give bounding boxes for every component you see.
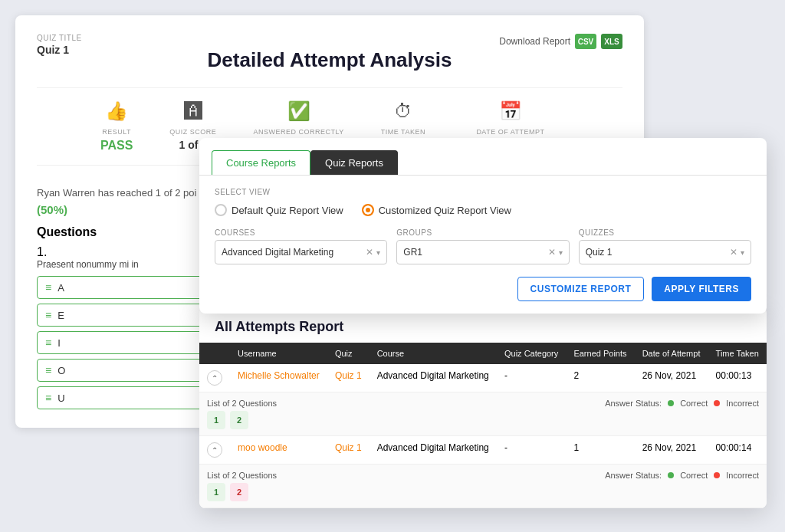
quiz-score-label: QUIZ SCORE xyxy=(169,128,216,136)
filters-row: COURSES Advanced Digital Marketing ✕ ▾ G… xyxy=(215,228,751,264)
radio-default-option[interactable]: Default Quiz Report View xyxy=(215,204,343,216)
answered-correctly-icon: ✅ xyxy=(287,100,310,122)
table-row: ⌃ Michelle Schowalter Quiz 1 Advanced Di… xyxy=(199,364,767,392)
download-report-label: Download Report xyxy=(499,36,570,47)
table-row: ⌃ moo woodle Quiz 1 Advanced Digital Mar… xyxy=(199,436,767,465)
quizzes-filter-arrow: ▾ xyxy=(741,248,744,257)
quiz-link-row2[interactable]: Quiz 1 xyxy=(335,442,362,453)
download-xls-button[interactable]: XLS xyxy=(601,34,622,49)
quizzes-filter-value: Quiz 1 xyxy=(586,247,730,258)
user-link-michelle[interactable]: Michelle Schowalter xyxy=(238,370,320,381)
date-row2: 26 Nov, 2021 xyxy=(635,436,708,465)
points-row1: 2 xyxy=(566,364,634,392)
col-username: Username xyxy=(230,343,327,364)
incorrect-dot-row2 xyxy=(714,472,720,478)
quizzes-filter-clear[interactable]: ✕ xyxy=(730,247,737,258)
radio-customized-circle xyxy=(362,204,374,216)
expand-row2-button[interactable]: ⌃ xyxy=(207,442,222,458)
apply-filters-button[interactable]: APPLY FILTERS xyxy=(652,277,751,301)
radio-group: Default Quiz Report View Customized Quiz… xyxy=(215,204,751,216)
reports-body: SELECT VIEW Default Quiz Report View Cus… xyxy=(199,176,767,314)
sub-row-1: List of 2 Questions 1 2 Answer Status: C… xyxy=(199,392,767,436)
col-earned-points: Earned Points xyxy=(566,343,634,364)
col-quiz: Quiz xyxy=(327,343,370,364)
download-csv-button[interactable]: CSV xyxy=(575,34,596,49)
correct-dot-row2 xyxy=(668,472,674,478)
courses-filter-value: Advanced Digital Marketing xyxy=(222,247,366,258)
col-quiz-category: Quiz Category xyxy=(497,343,566,364)
category-row1: - xyxy=(497,364,566,392)
quizzes-filter-label: QUIZZES xyxy=(579,228,751,237)
radio-customized-option[interactable]: Customized Quiz Report View xyxy=(362,204,511,216)
reports-overlay-card: Course Reports Quiz Reports SELECT VIEW … xyxy=(199,138,767,314)
question-badges-row2: 1 2 xyxy=(207,483,489,501)
groups-filter-arrow: ▾ xyxy=(559,248,563,257)
points-row2: 1 xyxy=(566,436,634,465)
col-expand xyxy=(199,343,230,364)
quiz-score-icon: 🅰 xyxy=(184,100,202,122)
courses-filter-clear[interactable]: ✕ xyxy=(366,247,373,258)
questions-label-row1: List of 2 Questions xyxy=(207,399,489,408)
time-taken-label: TIME TAKEN xyxy=(381,128,425,136)
attempts-table-body: ⌃ Michelle Schowalter Quiz 1 Advanced Di… xyxy=(199,364,767,508)
result-value: PASS xyxy=(100,139,133,153)
time-taken-icon: ⏱ xyxy=(394,100,412,122)
courses-filter-arrow: ▾ xyxy=(376,248,380,257)
q-badge-2-2[interactable]: 2 xyxy=(230,483,248,501)
col-date-of-attempt: Date of Attempt xyxy=(635,343,708,364)
answer-status-label-row2: Answer Status: xyxy=(605,471,662,480)
groups-filter-group: GROUPS GR1 ✕ ▾ xyxy=(396,228,569,264)
incorrect-dot-row1 xyxy=(714,400,720,406)
tab-quiz-reports[interactable]: Quiz Reports xyxy=(310,150,398,175)
date-label: DATE OF ATTEMPT xyxy=(476,128,544,136)
expand-row1-button[interactable]: ⌃ xyxy=(207,370,222,386)
groups-filter-label: GROUPS xyxy=(396,228,569,237)
courses-filter-select[interactable]: Advanced Digital Marketing ✕ ▾ xyxy=(215,240,387,264)
actions-row: CUSTOMIZE REPORT APPLY FILTERS xyxy=(215,277,751,301)
course-row1: Advanced Digital Marketing xyxy=(370,364,497,392)
quizzes-filter-select[interactable]: Quiz 1 ✕ ▾ xyxy=(579,240,751,264)
result-icon: 👍 xyxy=(105,100,128,122)
q-badge-1-2[interactable]: 2 xyxy=(230,411,248,429)
courses-filter-label: COURSES xyxy=(215,228,387,237)
attempts-report-card: All Attempts Report Username Quiz Course… xyxy=(199,307,767,508)
sub-row-2: List of 2 Questions 1 2 Answer Status: C… xyxy=(199,465,767,508)
answer-status-row2: Answer Status: Correct Incorrect xyxy=(504,471,759,480)
radio-default-label: Default Quiz Report View xyxy=(232,205,343,216)
col-time-taken: Time Taken xyxy=(708,343,767,364)
attempts-table: Username Quiz Course Quiz Category Earne… xyxy=(199,343,767,508)
correct-label-row1: Correct xyxy=(680,399,708,408)
incorrect-label-row2: Incorrect xyxy=(726,471,759,480)
groups-filter-value: GR1 xyxy=(403,247,547,258)
time-row2: 00:00:14 xyxy=(708,436,767,465)
incorrect-label-row1: Incorrect xyxy=(726,399,759,408)
q-badge-2-1[interactable]: 1 xyxy=(207,483,225,501)
radio-default-circle xyxy=(215,204,227,216)
customize-report-button[interactable]: CUSTOMIZE REPORT xyxy=(517,277,645,301)
table-header-row: Username Quiz Course Quiz Category Earne… xyxy=(199,343,767,364)
time-row1: 00:00:13 xyxy=(708,364,767,392)
courses-filter-group: COURSES Advanced Digital Marketing ✕ ▾ xyxy=(215,228,387,264)
answer-status-label-row1: Answer Status: xyxy=(605,399,662,408)
quiz-link-row1[interactable]: Quiz 1 xyxy=(335,370,362,381)
questions-label-row2: List of 2 Questions xyxy=(207,471,489,480)
correct-dot-row1 xyxy=(668,400,674,406)
q-badge-1-1[interactable]: 1 xyxy=(207,411,225,429)
col-course: Course xyxy=(370,343,497,364)
answered-correctly-label: ANSWERED CORRECTLY xyxy=(253,128,343,136)
tabs-row: Course Reports Quiz Reports xyxy=(199,138,767,176)
radio-customized-label: Customized Quiz Report View xyxy=(379,205,511,216)
result-label: RESULT xyxy=(102,128,131,136)
tab-course-reports[interactable]: Course Reports xyxy=(212,150,310,175)
select-view-label: SELECT VIEW xyxy=(215,188,751,196)
groups-filter-select[interactable]: GR1 ✕ ▾ xyxy=(396,240,569,264)
quizzes-filter-group: QUIZZES Quiz 1 ✕ ▾ xyxy=(579,228,751,264)
answer-status-row1: Answer Status: Correct Incorrect xyxy=(504,399,759,408)
download-report-area: Download Report CSV XLS xyxy=(499,34,622,49)
user-link-moo[interactable]: moo woodle xyxy=(238,442,287,453)
groups-filter-clear[interactable]: ✕ xyxy=(548,247,556,258)
category-row2: - xyxy=(497,436,566,465)
course-row2: Advanced Digital Marketing xyxy=(370,436,497,465)
stat-result: 👍 RESULT PASS xyxy=(100,100,133,153)
attempts-table-head: Username Quiz Course Quiz Category Earne… xyxy=(199,343,767,364)
